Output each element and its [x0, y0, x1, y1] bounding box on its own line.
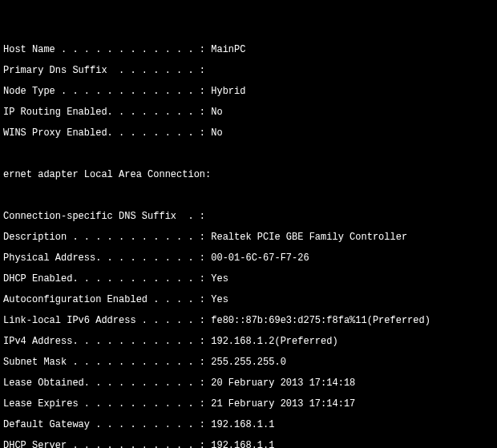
adapter0-gateway: Default Gateway . . . . . . . . . : 192.…: [3, 420, 494, 430]
adapter0-leaseobt: Lease Obtained. . . . . . . . . . : 20 F…: [3, 378, 494, 389]
wins-proxy-label: WINS Proxy Enabled. . . . . . . . :: [3, 127, 211, 139]
adapter0-leaseexp: Lease Expires . . . . . . . . . . : 21 F…: [3, 399, 494, 410]
node-type-value: Hybrid: [211, 86, 245, 97]
host-name-value: MainPC: [211, 44, 245, 55]
wins-proxy-line: WINS Proxy Enabled. . . . . . . . : No: [3, 128, 494, 139]
ip-routing-value: No: [211, 107, 222, 118]
adapter0-ipv6: Link-local IPv6 Address . . . . . : fe80…: [3, 316, 494, 326]
adapter0-subnet: Subnet Mask . . . . . . . . . . . : 255.…: [3, 357, 494, 368]
adapter0-ipv4: IPv4 Address. . . . . . . . . . . : 192.…: [3, 337, 494, 347]
host-name-line: Host Name . . . . . . . . . . . . : Main…: [3, 45, 494, 55]
primary-dns-line: Primary Dns Suffix . . . . . . . :: [3, 66, 494, 76]
adapter0-header: ernet adapter Local Area Connection:: [3, 170, 494, 180]
adapter0-description: Description . . . . . . . . . . . : Real…: [3, 232, 494, 243]
node-type-label: Node Type . . . . . . . . . . . . :: [3, 86, 211, 97]
wins-proxy-value: No: [211, 127, 222, 139]
adapter0-autoconfig: Autoconfiguration Enabled . . . . : Yes: [3, 295, 494, 305]
ip-routing-line: IP Routing Enabled. . . . . . . . : No: [3, 107, 494, 118]
adapter0-dhcpserver: DHCP Server . . . . . . . . . . . : 192.…: [3, 441, 494, 448]
adapter0-dhcp: DHCP Enabled. . . . . . . . . . . : Yes: [3, 274, 494, 285]
adapter0-physaddr: Physical Address. . . . . . . . . : 00-0…: [3, 253, 494, 264]
adapter0-dnssuffix: Connection-specific DNS Suffix . :: [3, 212, 494, 222]
ip-routing-label: IP Routing Enabled. . . . . . . . :: [3, 107, 211, 118]
blank-line: [3, 191, 494, 201]
node-type-line: Node Type . . . . . . . . . . . . : Hybr…: [3, 87, 494, 97]
primary-dns-label: Primary Dns Suffix . . . . . . . :: [3, 65, 205, 76]
blank-line: [3, 149, 494, 159]
host-name-label: Host Name . . . . . . . . . . . . :: [3, 44, 211, 55]
